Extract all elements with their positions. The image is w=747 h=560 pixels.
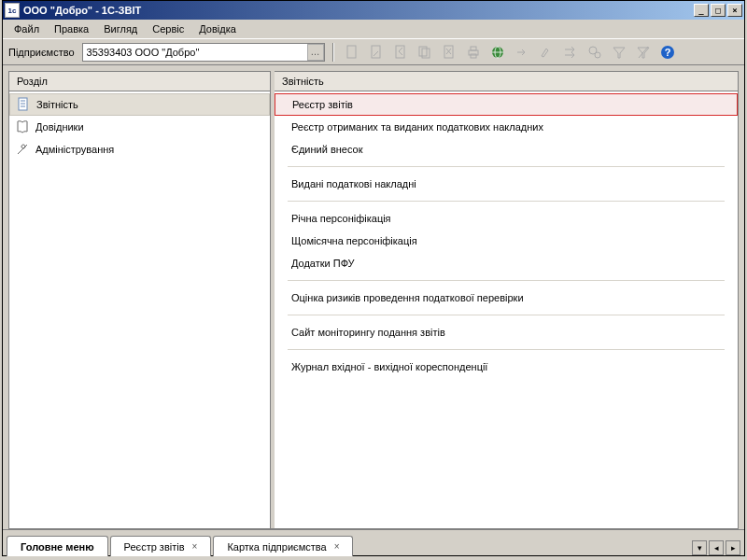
enterprise-input[interactable] xyxy=(83,44,307,61)
tab-label: Реєстр звітів xyxy=(124,541,185,553)
search-icon[interactable] xyxy=(585,42,605,63)
new-doc-icon[interactable] xyxy=(342,42,362,63)
panels: Розділ Звітність Довідники Адмініструван… xyxy=(8,71,739,529)
svg-rect-7 xyxy=(471,47,476,50)
app-icon: 1c xyxy=(5,3,20,18)
section-item-admin[interactable]: Адміністрування xyxy=(9,138,270,161)
tab-close-icon[interactable]: × xyxy=(334,541,340,552)
sign-icon[interactable] xyxy=(536,42,557,63)
tab-scroll-left[interactable]: ◂ xyxy=(709,540,724,555)
reports-item[interactable]: Реєстр звітів xyxy=(275,93,738,116)
section-panel-header: Розділ xyxy=(9,71,270,91)
section-panel: Розділ Звітність Довідники Адмініструван… xyxy=(9,71,271,528)
maximize-button[interactable]: □ xyxy=(711,4,726,17)
filter-icon[interactable] xyxy=(609,42,629,63)
minimize-button[interactable]: _ xyxy=(694,4,709,17)
tabbar-controls: ▾ ◂ ▸ xyxy=(692,540,740,555)
tools-icon xyxy=(15,142,30,157)
close-button[interactable]: × xyxy=(727,4,742,17)
svg-text:?: ? xyxy=(664,47,670,58)
content-area: Розділ Звітність Довідники Адмініструван… xyxy=(3,64,744,529)
tab-label: Картка підприємства xyxy=(227,541,326,553)
copy-doc-icon[interactable] xyxy=(415,42,435,63)
tabbar: Головне менюРеєстр звітів×Картка підприє… xyxy=(3,529,744,555)
toolbar-separator xyxy=(332,43,334,62)
export-icon[interactable] xyxy=(512,42,532,63)
section-item-label: Довідники xyxy=(35,121,84,133)
reports-item[interactable]: Додатки ПФУ xyxy=(275,252,738,274)
help-icon[interactable]: ? xyxy=(657,42,678,63)
menu-service[interactable]: Сервіс xyxy=(145,21,191,36)
tab[interactable]: Головне меню xyxy=(7,536,108,556)
svg-rect-2 xyxy=(396,46,404,58)
tab-scroll-right[interactable]: ▸ xyxy=(726,540,740,555)
section-list: Звітність Довідники Адміністрування xyxy=(9,91,270,528)
reports-item[interactable]: Щомісячна персоніфікація xyxy=(275,230,738,252)
open-doc-icon[interactable] xyxy=(390,42,411,63)
window-controls: _ □ × xyxy=(694,4,742,17)
section-item-catalogs[interactable]: Довідники xyxy=(9,116,270,138)
group-separator xyxy=(288,201,725,202)
app-window: 1c ООО "Добро" - 1С-ЗВІТ _ □ × Файл Прав… xyxy=(2,0,745,556)
svg-rect-1 xyxy=(372,46,380,58)
doc-icon xyxy=(16,97,31,112)
enterprise-label: Підприємство xyxy=(8,47,75,58)
group-separator xyxy=(288,166,725,167)
enterprise-combo[interactable]: … xyxy=(82,43,325,62)
send-icon[interactable] xyxy=(560,42,581,63)
group-separator xyxy=(288,315,725,315)
titlebar: 1c ООО "Добро" - 1С-ЗВІТ _ □ × xyxy=(3,1,744,20)
print-icon[interactable] xyxy=(463,42,484,63)
globe-icon[interactable] xyxy=(487,42,508,63)
section-item-label: Адміністрування xyxy=(35,144,114,155)
edit-doc-icon[interactable] xyxy=(366,42,387,63)
tab-label: Головне меню xyxy=(21,541,94,553)
reports-panel: Звітність Реєстр звітівРеєстр отриманих … xyxy=(275,71,738,528)
delete-doc-icon[interactable] xyxy=(439,42,459,63)
group-separator xyxy=(288,349,725,350)
reports-item[interactable]: Реєстр отриманих та виданих податкових н… xyxy=(275,116,738,138)
svg-point-12 xyxy=(595,52,600,58)
menu-view[interactable]: Вигляд xyxy=(96,21,145,36)
reports-item[interactable]: Видані податкові накладні xyxy=(275,173,738,195)
reports-item[interactable]: Журнал вхідної - вихідної кореспонденції xyxy=(275,356,738,378)
reports-panel-header: Звітність xyxy=(275,71,738,91)
book-icon xyxy=(15,119,30,134)
menu-file[interactable]: Файл xyxy=(7,21,47,36)
tab[interactable]: Реєстр звітів× xyxy=(110,536,212,556)
reports-list: Реєстр звітівРеєстр отриманих та виданих… xyxy=(275,91,738,528)
tab[interactable]: Картка підприємства× xyxy=(213,536,353,556)
toolbar: Підприємство … ? xyxy=(3,38,744,64)
section-item-label: Звітність xyxy=(36,99,78,110)
tab-close-icon[interactable]: × xyxy=(192,541,198,552)
filter-off-icon[interactable] xyxy=(633,42,654,63)
reports-item[interactable]: Єдиний внесок xyxy=(275,138,738,161)
menu-edit[interactable]: Правка xyxy=(47,21,96,36)
section-item-reports[interactable]: Звітність xyxy=(9,93,270,116)
reports-item[interactable]: Оцінка ризиків проведення податкової пер… xyxy=(275,287,738,309)
menu-help[interactable]: Довідка xyxy=(191,21,244,36)
window-title: ООО "Добро" - 1С-ЗВІТ xyxy=(23,5,694,16)
menubar: Файл Правка Вигляд Сервіс Довідка xyxy=(3,20,744,38)
enterprise-picker-button[interactable]: … xyxy=(307,44,324,61)
reports-item[interactable]: Сайт моніторингу подання звітів xyxy=(275,321,738,343)
reports-item[interactable]: Річна персоніфікація xyxy=(275,207,738,230)
tab-menu-button[interactable]: ▾ xyxy=(692,540,707,555)
svg-rect-0 xyxy=(347,46,356,58)
group-separator xyxy=(288,280,725,281)
